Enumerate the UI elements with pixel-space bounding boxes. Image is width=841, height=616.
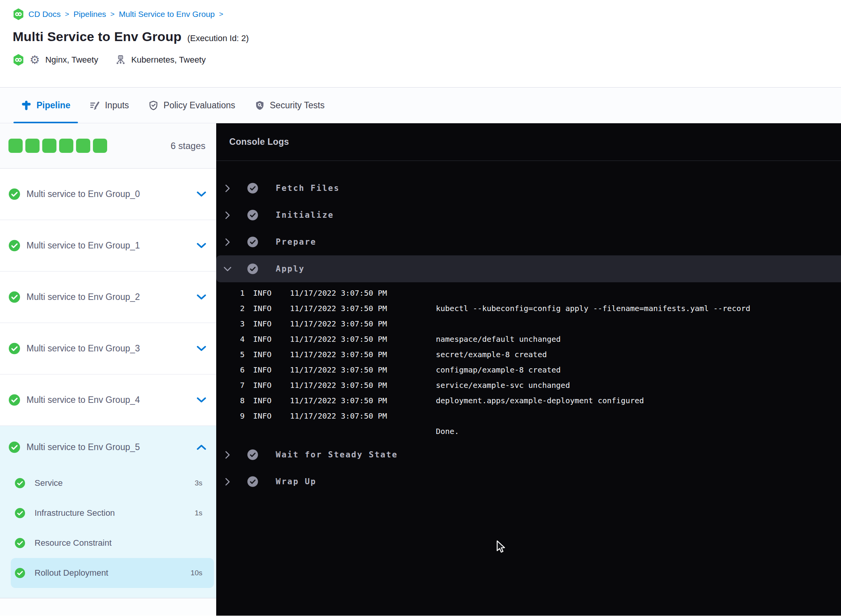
chevron-down-icon[interactable] [197,397,206,403]
log-timestamp: 11/17/2022 3:07:50 PM [290,411,427,421]
chevron-up-icon[interactable] [197,444,206,450]
log-message: service/example-svc unchanged [436,381,841,390]
stage-step-rollout-deployment[interactable]: Rollout Deployment 10s [11,558,214,588]
console-step-label: Wait for Steady State [276,450,398,459]
stage-step-service[interactable]: Service 3s [11,468,214,498]
stage-step-duration: 1s [195,509,202,517]
tab-label: Policy Evaluations [164,100,235,111]
success-check-icon [8,343,20,354]
console-step-label: Prepare [276,237,316,247]
log-level: INFO [253,396,281,405]
tab-label: Security Tests [270,100,325,111]
breadcrumb-separator: > [219,10,223,18]
sidebar-footer [0,598,216,616]
breadcrumb-separator: > [65,10,69,18]
log-level: INFO [253,288,281,298]
console-header: Console Logs [216,123,841,161]
harness-logo-icon [13,8,24,20]
tab-inputs[interactable]: Inputs [80,88,139,123]
stage-step-resource-constraint[interactable]: Resource Constraint [11,528,214,558]
log-timestamp: 11/17/2022 3:07:50 PM [290,304,427,313]
log-message: configmap/example-8 created [436,365,841,374]
stage-label: Multi service to Env Group_4 [26,395,140,405]
chevron-right-icon[interactable] [224,450,231,459]
log-message: deployment.apps/example-deployment confi… [436,396,841,405]
log-level: INFO [253,365,281,374]
breadcrumb-link-pipelines[interactable]: Pipelines [73,10,106,19]
inputs-icon [89,100,100,111]
stage-row-multi-service-to-env-group-0[interactable]: Multi service to Env Group_0 [0,169,216,220]
stage-group-expanded: Multi service to Env Group_5 Service 3s … [0,426,216,598]
stage-row-multi-service-to-env-group-2[interactable]: Multi service to Env Group_2 [0,272,216,323]
tab-security-tests[interactable]: Security Tests [245,88,334,123]
log-line-number: 9 [235,411,245,421]
chevron-right-icon[interactable] [224,184,231,193]
chevron-down-icon[interactable] [197,243,206,248]
console-step-prepare[interactable]: Prepare [216,229,841,255]
stage-row-multi-service-to-env-group-1[interactable]: Multi service to Env Group_1 [0,220,216,272]
tab-pipeline[interactable]: Pipeline [12,88,80,123]
environments-label: Kubernetes, Tweety [131,55,206,65]
chevron-down-icon[interactable] [224,265,231,273]
log-timestamp: 11/17/2022 3:07:50 PM [290,381,427,390]
mouse-cursor [495,540,507,553]
stage-square [59,139,73,153]
step-success-check-icon [247,209,258,221]
step-success-check-icon [247,236,258,248]
stage-row-multi-service-to-env-group-3[interactable]: Multi service to Env Group_3 [0,323,216,374]
stage-square [42,139,56,153]
log-line-number: 1 [235,288,245,298]
stage-row-multi-service-to-env-group-5[interactable]: Multi service to Env Group_5 [0,426,216,468]
chevron-down-icon[interactable] [197,294,206,300]
stage-label: Multi service to Env Group_1 [26,240,140,251]
console-step-label: Initialize [276,210,334,220]
breadcrumb: CD Docs>Pipelines>Multi Service to Env G… [13,8,841,20]
log-message: namespace/default unchanged [436,334,841,344]
chevron-down-icon[interactable] [197,346,206,351]
chevron-right-icon[interactable] [224,477,231,486]
console-log-block: 1 INFO 11/17/2022 3:07:50 PM 2 INFO 11/1… [216,282,841,441]
console-title: Console Logs [229,137,289,147]
success-check-icon [8,240,20,252]
log-message: secret/example-8 created [436,350,841,359]
console-step-apply[interactable]: Apply [216,255,841,282]
gear-icon: ⚙ [30,54,40,66]
chevron-right-icon[interactable] [224,211,231,220]
stage-square [93,139,107,153]
success-check-icon [8,441,20,453]
stage-label: Multi service to Env Group_2 [26,292,140,302]
console-step-wrap-up[interactable]: Wrap Up [216,468,841,495]
step-success-check-icon [247,182,258,194]
stage-step-label: Infrastructure Section [35,508,115,518]
stage-count-label: 6 stages [171,141,205,151]
stage-label: Multi service to Env Group_0 [26,189,140,199]
breadcrumb-separator: > [110,10,114,18]
success-check-icon [8,291,20,303]
stage-step-label: Rollout Deployment [35,568,108,578]
console-log-line: Done. [216,424,841,439]
console-step-wait-for-steady-state[interactable]: Wait for Steady State [216,441,841,468]
console-log-line: 2 INFO 11/17/2022 3:07:50 PM kubectl --k… [216,301,841,316]
log-level: INFO [253,319,281,328]
success-check-icon [8,394,20,406]
console-log-line: 7 INFO 11/17/2022 3:07:50 PM service/exa… [216,378,841,393]
chevron-right-icon[interactable] [224,238,231,247]
execution-id-label: (Execution Id: 2) [187,33,249,43]
policy-shield-icon [148,100,159,111]
stage-step-label: Resource Constraint [35,538,112,548]
log-line-number: 8 [235,396,245,405]
console-step-initialize[interactable]: Initialize [216,202,841,229]
console-step-label: Fetch Files [276,184,340,193]
chevron-down-icon[interactable] [197,191,206,197]
console-step-fetch-files[interactable]: Fetch Files [216,175,841,202]
stage-row-multi-service-to-env-group-4[interactable]: Multi service to Env Group_4 [0,374,216,426]
stage-step-duration: 3s [195,479,202,487]
tab-policy-evaluations[interactable]: Policy Evaluations [139,88,245,123]
environments-icon [115,55,126,65]
stage-summary: 6 stages [0,123,216,169]
breadcrumb-link-cd-docs[interactable]: CD Docs [28,10,61,19]
log-line-number: 7 [235,381,245,390]
breadcrumb-link-multi-service-to-env-group[interactable]: Multi Service to Env Group [119,10,215,19]
stage-step-label: Service [35,478,63,488]
stage-step-infrastructure-section[interactable]: Infrastructure Section 1s [11,498,214,528]
